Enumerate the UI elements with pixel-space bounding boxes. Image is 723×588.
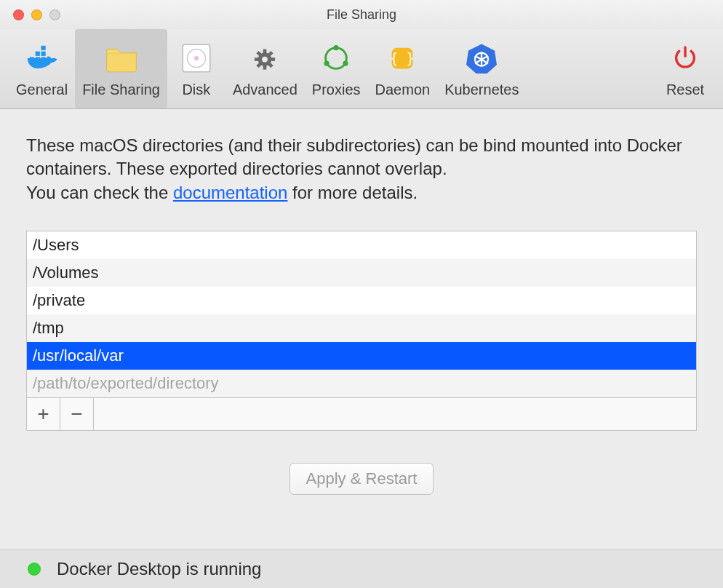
svg-point-21: [324, 61, 329, 66]
list-item[interactable]: /Users: [27, 231, 696, 259]
folder-icon: [103, 39, 140, 77]
svg-rect-3: [35, 52, 39, 56]
description-text: These macOS directories (and their subdi…: [26, 134, 697, 204]
power-icon: [666, 39, 704, 77]
tab-kubernetes-label: Kubernetes: [444, 82, 519, 98]
description-line2b: for more details.: [287, 183, 418, 202]
new-path-input[interactable]: [33, 374, 690, 393]
list-item[interactable]: /Volumes: [27, 259, 696, 287]
svg-point-20: [334, 45, 339, 50]
add-path-button[interactable]: +: [27, 398, 60, 430]
reset-label: Reset: [666, 82, 704, 98]
proxies-icon: [317, 39, 355, 77]
description-line2a: You can check the: [26, 183, 173, 202]
remove-path-button[interactable]: −: [60, 398, 94, 430]
toolbar: General File Sharing Disk: [0, 29, 723, 109]
tab-general-label: General: [16, 82, 68, 98]
tab-daemon-label: Daemon: [375, 82, 431, 98]
tab-advanced-label: Advanced: [233, 82, 297, 98]
svg-point-10: [262, 57, 268, 63]
svg-rect-14: [271, 57, 275, 61]
tab-proxies[interactable]: Proxies: [305, 29, 368, 108]
tab-disk[interactable]: Disk: [167, 29, 225, 108]
svg-rect-12: [263, 65, 267, 69]
new-path-row[interactable]: [27, 370, 696, 397]
status-bar: Docker Desktop is running: [0, 549, 723, 588]
minus-icon: −: [71, 402, 82, 426]
tab-kubernetes[interactable]: Kubernetes: [437, 29, 526, 108]
tab-disk-label: Disk: [182, 82, 210, 98]
disk-icon: [177, 39, 215, 77]
tab-daemon[interactable]: { } Daemon: [368, 29, 438, 108]
titlebar: File Sharing: [0, 0, 723, 29]
gear-icon: [246, 39, 284, 77]
tab-advanced[interactable]: Advanced: [225, 29, 305, 108]
docker-whale-icon: [23, 39, 61, 77]
svg-point-19: [326, 48, 347, 69]
tab-file-sharing-label: File Sharing: [82, 82, 160, 98]
status-indicator-icon: [28, 563, 41, 576]
window-title: File Sharing: [0, 7, 723, 23]
list-item[interactable]: /tmp: [27, 314, 696, 342]
description-line1: These macOS directories (and their subdi…: [26, 135, 682, 178]
list-controls: + −: [27, 397, 696, 430]
daemon-icon: { }: [383, 39, 421, 77]
svg-text:{ }: { }: [390, 51, 415, 66]
tab-proxies-label: Proxies: [312, 82, 361, 98]
svg-rect-5: [41, 46, 45, 50]
svg-rect-13: [255, 57, 259, 61]
documentation-link[interactable]: documentation: [173, 183, 287, 202]
status-text: Docker Desktop is running: [57, 559, 261, 579]
tab-general[interactable]: General: [9, 29, 75, 108]
apply-restart-button[interactable]: Apply & Restart: [289, 463, 434, 495]
reset-button[interactable]: Reset: [656, 29, 714, 108]
svg-rect-4: [41, 52, 45, 56]
svg-point-22: [343, 61, 348, 66]
kubernetes-icon: [463, 39, 500, 77]
list-item-selected[interactable]: /usr/local/var: [27, 342, 696, 370]
content-area: These macOS directories (and their subdi…: [0, 109, 723, 549]
shared-paths-list[interactable]: /Users /Volumes /private /tmp /usr/local…: [26, 231, 697, 431]
svg-point-8: [194, 56, 199, 60]
tab-file-sharing[interactable]: File Sharing: [75, 29, 167, 108]
list-controls-spacer: [94, 398, 696, 430]
list-item[interactable]: /private: [27, 287, 696, 314]
plus-icon: +: [37, 402, 49, 426]
svg-rect-11: [263, 49, 267, 54]
